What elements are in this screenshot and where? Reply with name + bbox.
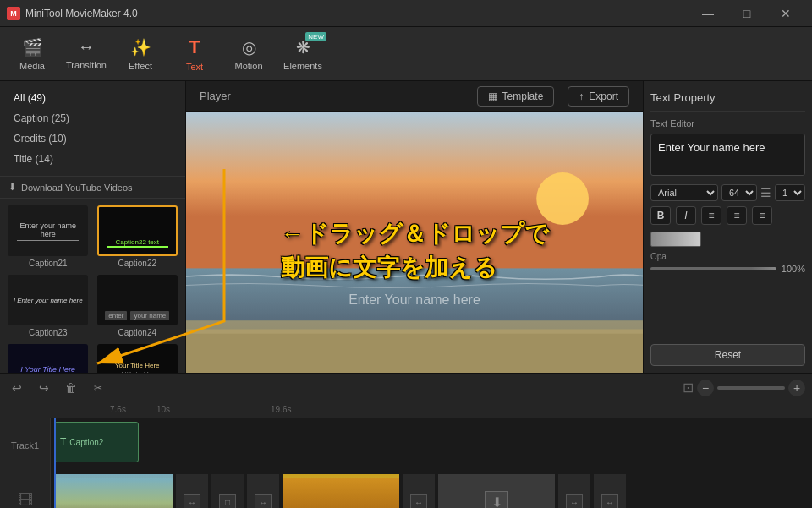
tool-media[interactable]: 🎬 Media — [7, 30, 58, 78]
media-clip-gray[interactable]: ⬇ — [438, 474, 557, 508]
download-bar[interactable]: ⬇ Download YouTube Videos — [0, 177, 185, 199]
arrow1-icon: ↔ — [184, 494, 200, 509]
template-button[interactable]: ▦ Template — [477, 86, 555, 107]
filter-credits[interactable]: Credits (10) — [0, 128, 185, 149]
redo-button[interactable]: ↪ — [34, 378, 54, 398]
italic-button[interactable]: I — [676, 206, 696, 225]
opacity-slider[interactable] — [650, 267, 776, 270]
text-icon: T — [189, 36, 200, 58]
spacing-icon: ☰ — [760, 186, 771, 199]
media-track-label: 🎞 — [0, 472, 51, 508]
svg-rect-5 — [56, 478, 173, 508]
media-clip-arrow1[interactable]: ↔ — [176, 474, 210, 508]
zoom-minus-button[interactable]: − — [697, 380, 714, 396]
player-title: Player — [200, 90, 231, 102]
filter-title[interactable]: Title (14) — [0, 149, 185, 169]
arrow2-icon: ↔ — [255, 494, 272, 509]
align-right-button[interactable]: ≡ — [752, 206, 772, 225]
caption-clip-label: Caption2 — [69, 438, 103, 447]
caption-track: Track1 T Caption2 — [0, 418, 812, 472]
transition-icon: ↔ — [78, 37, 95, 57]
tool-motion[interactable]: ◎ Motion — [223, 30, 274, 78]
bold-button[interactable]: B — [650, 206, 671, 225]
caption-item-25[interactable]: I Your Title Here Caption25 — [7, 344, 90, 373]
reset-button[interactable]: Reset — [650, 344, 805, 366]
spacing-select[interactable]: 1 — [775, 184, 805, 201]
tool-elements[interactable]: NEW ❋ Elements — [277, 30, 328, 78]
font-row: Arial 64 ☰ 1 — [650, 184, 805, 201]
arrow4-icon: ↔ — [566, 494, 583, 509]
new-badge: NEW — [305, 32, 326, 41]
maximize-button[interactable]: □ — [727, 0, 766, 27]
caption-item-22[interactable]: Caption22 text Caption22 — [96, 205, 179, 268]
opacity-value: 100% — [782, 264, 805, 274]
blank-icon: □ — [219, 494, 236, 509]
delete-button[interactable]: 🗑 — [61, 378, 81, 398]
filter-all[interactable]: All (49) — [0, 88, 185, 108]
caption-clip-icon: T — [60, 436, 66, 448]
track1-label: Track1 — [0, 418, 51, 472]
svg-rect-3 — [186, 330, 643, 374]
undo-button[interactable]: ↩ — [7, 378, 27, 398]
timeline-inner: 7.6s 10s 19.6s Track1 T Caption2 — [0, 401, 812, 508]
media-clip-duck[interactable] — [283, 474, 401, 508]
timeline-toolbar: ↩ ↪ 🗑 ✂ ⊡ − + — [0, 374, 812, 401]
filter-caption[interactable]: Caption (25) — [0, 108, 185, 128]
media-clip-beach[interactable] — [56, 474, 174, 508]
main-area: All (49) Caption (25) Credits (10) Title… — [0, 81, 812, 373]
timeline-ruler: 7.6s 10s 19.6s — [0, 401, 812, 418]
font-select[interactable]: Arial — [650, 184, 718, 201]
filter-list: All (49) Caption (25) Credits (10) Title… — [0, 81, 185, 177]
zoom-control: ⊡ − + — [683, 380, 805, 396]
caption-item-1[interactable]: Your Title Here subtitle text here Capti… — [96, 344, 179, 373]
caption-clip[interactable]: T Caption2 — [54, 422, 139, 462]
media-clip-end-arrow[interactable]: ↔ — [594, 474, 628, 508]
gray-clip-icon: ⬇ — [485, 491, 508, 509]
player-header: Player ▦ Template ↑ Export — [186, 81, 643, 112]
caption-track-content: T Caption2 — [51, 418, 812, 472]
export-button[interactable]: ↑ Export — [568, 86, 629, 107]
color-swatch[interactable] — [650, 232, 701, 247]
toolbar: 🎬 Media ↔ Transition ✨ Effect T Text ◎ M… — [0, 27, 812, 81]
cut-button[interactable]: ✂ — [88, 378, 108, 398]
align-left-button[interactable]: ≡ — [701, 206, 721, 225]
left-panel: All (49) Caption (25) Credits (10) Title… — [0, 81, 186, 373]
opacity-label: Opa — [650, 252, 805, 261]
download-icon: ⬇ — [8, 182, 16, 193]
player-area: Player ▦ Template ↑ Export — [186, 81, 643, 373]
tool-effect[interactable]: ✨ Effect — [115, 30, 166, 78]
svg-point-1 — [536, 172, 589, 225]
effect-icon: ✨ — [130, 37, 151, 57]
media-clip-arrow2[interactable]: ↔ — [247, 474, 281, 508]
tool-transition[interactable]: ↔ Transition — [61, 30, 112, 78]
media-clip-blank[interactable]: □ — [211, 474, 245, 508]
minimize-button[interactable]: — — [689, 0, 727, 27]
media-track: 🎞 — [0, 472, 812, 508]
template-icon: ▦ — [488, 90, 497, 102]
video-content — [186, 112, 643, 373]
media-clip-arrow3[interactable]: ↔ — [403, 474, 436, 508]
caption-grid: Enter your name here Caption21 Caption22… — [0, 199, 185, 373]
export-icon: ↑ — [579, 90, 584, 102]
svg-rect-4 — [186, 320, 643, 333]
zoom-slider[interactable] — [717, 386, 785, 390]
timeline-tracks: Track1 T Caption2 🎞 — [0, 418, 812, 508]
tool-text[interactable]: T Text — [169, 30, 220, 78]
close-button[interactable]: ✕ — [766, 0, 805, 27]
caption-item-21[interactable]: Enter your name here Caption21 — [7, 205, 90, 268]
end-arrow-icon: ↔ — [601, 494, 618, 509]
ruler-mark-1: 10s — [156, 405, 170, 414]
motion-icon: ◎ — [242, 37, 256, 57]
media-clip-arrow4[interactable]: ↔ — [558, 474, 592, 508]
align-center-button[interactable]: ≡ — [727, 206, 747, 225]
caption-item-23[interactable]: I Enter your name here Caption23 — [7, 275, 90, 337]
window-controls: — □ ✕ — [689, 0, 805, 27]
arrow3-icon: ↔ — [410, 494, 427, 509]
caption-item-24[interactable]: enter your name Caption24 — [96, 275, 179, 337]
media-icon: 🎬 — [22, 37, 43, 57]
media-track-content: ↔ □ ↔ — [51, 472, 812, 508]
text-editor-box[interactable]: Enter Your name here — [650, 134, 805, 176]
size-select[interactable]: 64 — [721, 184, 757, 201]
text-editor-label: Text Editor — [650, 118, 805, 128]
zoom-plus-button[interactable]: + — [788, 380, 805, 396]
